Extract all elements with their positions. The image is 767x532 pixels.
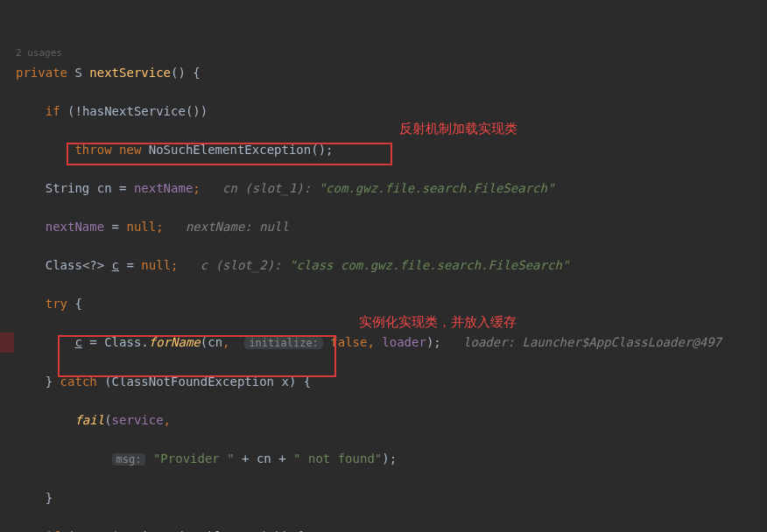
code-line[interactable]: nextName = null; nextName: null <box>0 217 767 236</box>
param-hint-initialize: initialize: <box>244 337 322 349</box>
code-line[interactable]: fail(service, <box>0 410 767 430</box>
return-type: S <box>74 66 81 80</box>
usages-hint: 2 usages <box>0 47 62 59</box>
annotation-text-2: 实例化实现类，并放入缓存 <box>359 312 517 332</box>
code-editor[interactable]: 2 usages private S nextService() { if (!… <box>0 0 767 532</box>
code-line[interactable]: try { <box>0 294 767 313</box>
code-line[interactable]: if (!service.isAssignableFrom(c)) { <box>0 527 767 532</box>
code-line[interactable]: } <box>0 488 767 508</box>
text: () { <box>171 66 201 80</box>
code-line[interactable]: String cn = nextName; cn (slot_1): "com.… <box>0 178 767 198</box>
param-hint-msg: msg: <box>112 453 146 466</box>
keyword-private: private <box>16 66 67 80</box>
method-name: nextService <box>89 66 171 80</box>
code-line[interactable]: c = Class.forName(cn, initialize: false,… <box>0 332 767 353</box>
annotation-text-1: 反射机制加载实现类 <box>399 119 517 138</box>
code-line[interactable]: throw new NoSuchElementException(); <box>0 140 767 159</box>
code-line[interactable]: msg: "Provider " + cn + " not found"); <box>0 449 767 469</box>
code-line[interactable]: if (!hasNextService()) <box>0 102 767 121</box>
code-line[interactable]: private S nextService() { <box>0 63 767 82</box>
code-line[interactable]: } catch (ClassNotFoundException x) { <box>0 372 767 391</box>
code-line[interactable]: Class<?> c = null; c (slot_2): "class co… <box>0 256 767 275</box>
keyword-if: if <box>46 104 60 118</box>
